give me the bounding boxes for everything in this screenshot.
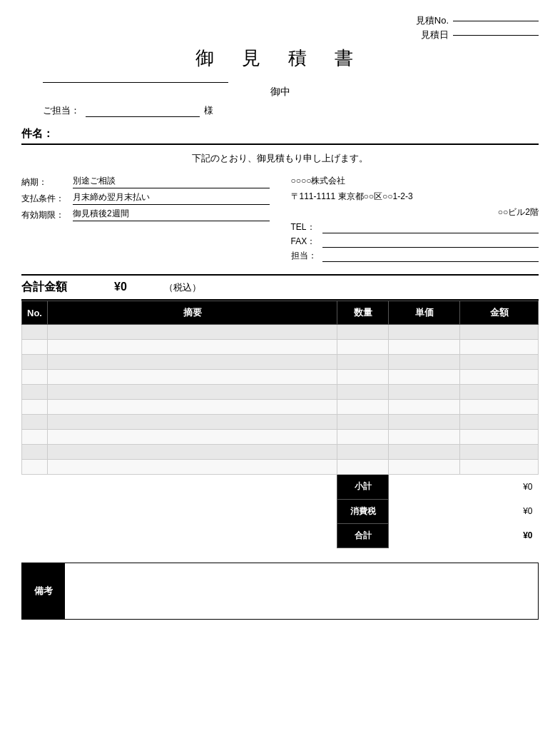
cell-no [22,385,48,400]
cell-amount [460,340,539,355]
cell-amount [460,325,539,340]
fax-val [322,246,539,248]
tel-val [322,232,539,233]
cell-unit [389,340,460,355]
cell-desc [48,460,337,475]
address: 〒111-1111 東京都○○区○○1-2-3 [291,191,539,203]
summary-spacer2 [389,523,460,548]
cell-amount [460,460,539,475]
cell-desc [48,325,337,340]
header-qty: 数量 [337,301,389,325]
top-right-info: 見積No. 見積日 [21,14,539,43]
quote-no-line [453,21,539,21]
summary-row: 小計 ¥0 [22,475,539,500]
payment-key: 支払条件： [21,193,73,205]
quote-no-row: 見積No. [416,14,539,27]
cell-no [22,355,48,370]
cell-amount [460,370,539,385]
summary-row: 消費税 ¥0 [22,499,539,523]
cell-qty [337,385,389,400]
table-body: 小計 ¥0 消費税 ¥0 合計 ¥0 [22,325,539,548]
cell-unit [389,445,460,460]
total-row: 合計金額 ¥0 （税込） [21,274,539,301]
cell-unit [389,415,460,430]
cell-desc [48,340,337,355]
delivery-key: 納期： [21,176,73,188]
delivery-val: 別途ご相談 [73,175,270,188]
delivery-row: 納期： 別途ご相談 [21,175,270,188]
cell-no [22,430,48,445]
cell-qty [337,445,389,460]
table-row [22,430,539,445]
remarks-section: 備考 [21,563,539,620]
header-amount: 金額 [460,301,539,325]
payment-row: 支払条件： 月末締め翌月末払い [21,191,270,205]
summary-row: 合計 ¥0 [22,523,539,548]
summary-label-cell: 合計 [337,523,389,548]
cell-no [22,340,48,355]
table-header: No. 摘要 数量 単価 金額 [22,301,539,325]
cell-amount [460,355,539,370]
summary-spacer-cell [22,499,337,523]
contact-sama: 様 [204,104,213,117]
cell-desc [48,430,337,445]
cell-desc [48,400,337,415]
payment-val: 月末締め翌月末払い [73,191,270,205]
cell-unit [389,370,460,385]
cell-amount [460,415,539,430]
cell-amount [460,385,539,400]
header-no: No. [22,301,48,325]
remarks-label: 備考 [22,563,65,619]
person-val [322,261,539,262]
cell-no [22,400,48,415]
cell-qty [337,430,389,445]
total-amount: ¥0 [114,281,157,293]
cell-qty [337,325,389,340]
table-row [22,340,539,355]
address-row: 〒111-1111 東京都○○区○○1-2-3 [291,191,539,203]
contact-value [86,116,200,117]
cell-unit [389,355,460,370]
table-row [22,400,539,415]
cell-desc [48,445,337,460]
summary-label-cell: 小計 [337,475,389,500]
cell-no [22,415,48,430]
validity-key: 有効期限： [21,209,73,221]
summary-spacer2 [389,475,460,500]
cell-unit [389,430,460,445]
summary-label-cell: 消費税 [337,499,389,523]
intro-text: 下記のとおり、御見積もり申し上げます。 [21,152,539,165]
cell-qty [337,340,389,355]
cell-qty [337,400,389,415]
validity-val: 御見積後2週間 [73,208,270,221]
info-grid: 納期： 別途ご相談 支払条件： 月末締め翌月末払い 有効期限： 御見積後2週間 … [21,175,539,264]
cell-qty [337,415,389,430]
cell-no [22,460,48,475]
summary-amount-cell: ¥0 [460,523,539,548]
fax-key: FAX： [291,236,322,248]
building: ○○ビル2階 [291,206,539,218]
person-key: 担当： [291,250,322,262]
main-table: No. 摘要 数量 単価 金額 [21,301,539,548]
table-row [22,415,539,430]
cell-desc [48,385,337,400]
info-left: 納期： 別途ご相談 支払条件： 月末締め翌月末払い 有効期限： 御見積後2週間 [21,175,270,264]
cell-no [22,325,48,340]
company-name: ○○○○株式会社 [291,175,539,188]
cell-qty [337,460,389,475]
summary-amount-cell: ¥0 [460,499,539,523]
summary-spacer-cell [22,523,337,548]
cell-desc [48,355,337,370]
subject-row: 件名： [21,127,539,145]
header-desc: 摘要 [48,301,337,325]
table-row [22,445,539,460]
company-name-row: ○○○○株式会社 [291,175,539,188]
honorific-text: 御中 [21,86,539,99]
cell-unit [389,460,460,475]
client-name-line [43,82,228,83]
total-tax: （税込） [164,281,201,294]
subject-label: 件名： [21,127,54,141]
tel-key: TEL： [291,221,322,233]
cell-amount [460,400,539,415]
contact-label: ご担当： [43,104,80,117]
